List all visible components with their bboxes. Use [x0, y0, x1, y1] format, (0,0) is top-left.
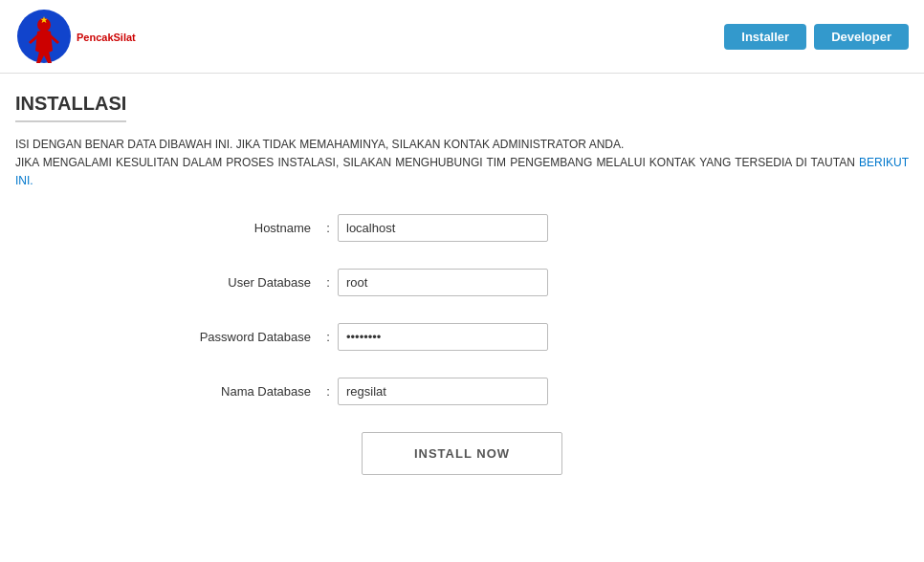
namadb-label: Nama Database: [127, 384, 319, 399]
userdb-label: User Database: [127, 275, 319, 290]
userdb-colon: :: [319, 275, 338, 290]
namadb-input[interactable]: [338, 378, 548, 405]
info-line2: JIKA MENGALAMI KESULITAN DALAM PROSES IN…: [15, 156, 855, 169]
namadb-row: Nama Database :: [127, 378, 797, 405]
passdb-input[interactable]: [338, 323, 548, 351]
passdb-row: Password Database :: [127, 323, 797, 351]
logo-area: PencakSilat: [15, 8, 136, 65]
logo-brand-prefix: Pencak: [77, 32, 114, 43]
userdb-input[interactable]: [338, 269, 548, 296]
logo-icon: [15, 8, 73, 65]
passdb-colon: :: [319, 330, 338, 344]
logo-brand-suffix: Silat: [114, 32, 136, 43]
userdb-row: User Database :: [127, 269, 797, 296]
namadb-colon: :: [319, 384, 338, 399]
hostname-label: Hostname: [127, 221, 319, 235]
install-button-wrapper: INSTALL NOW: [127, 432, 797, 475]
passdb-label: Password Database: [127, 330, 319, 344]
hostname-row: Hostname :: [127, 214, 797, 242]
main-content: INSTALLASI ISI DENGAN BENAR DATA DIBAWAH…: [0, 74, 924, 513]
hostname-colon: :: [319, 221, 338, 235]
installer-button[interactable]: Installer: [724, 24, 806, 50]
hostname-input[interactable]: [338, 214, 548, 242]
page-title: INSTALLASI: [15, 93, 126, 122]
install-now-button[interactable]: INSTALL NOW: [362, 432, 562, 475]
developer-button[interactable]: Developer: [814, 24, 909, 50]
install-form: Hostname : User Database : Password Data…: [127, 214, 797, 475]
header: PencakSilat Installer Developer: [0, 0, 924, 74]
header-buttons: Installer Developer: [724, 24, 909, 50]
info-text: ISI DENGAN BENAR DATA DIBAWAH INI. JIKA …: [15, 136, 909, 191]
logo-brand: PencakSilat: [77, 30, 136, 43]
info-line1: ISI DENGAN BENAR DATA DIBAWAH INI. JIKA …: [15, 138, 624, 151]
